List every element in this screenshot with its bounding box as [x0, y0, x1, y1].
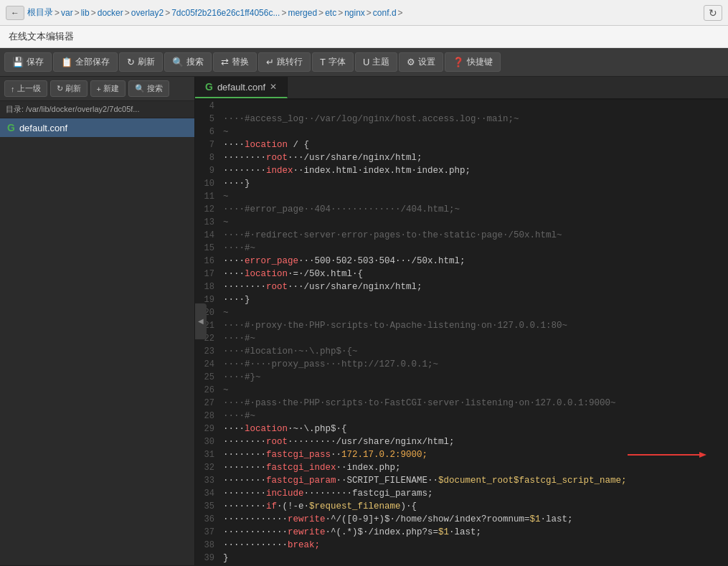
code-line: 36 ············rewrite·^/([0-9]+)$·/home…	[195, 513, 728, 526]
code-line: 10 ····}	[195, 177, 728, 190]
breadcrumb-etc[interactable]: etc	[325, 8, 336, 18]
code-line: 28 ····#~	[195, 410, 728, 423]
code-line: 19 ····}	[195, 293, 728, 306]
save-all-icon: 📋	[61, 57, 72, 67]
code-line: 9 ········index··index.html·index.htm·in…	[195, 164, 728, 177]
save-button[interactable]: 💾 保存	[4, 52, 52, 72]
code-line: 27 ····#·pass·the·PHP·scripts·to·FastCGI…	[195, 397, 728, 410]
arrow-svg	[628, 448, 714, 461]
code-line: 5 ····#access_log··/var/log/nginx/host.a…	[195, 113, 728, 126]
breadcrumb-confd[interactable]: conf.d	[373, 8, 397, 18]
code-line: 13 ~	[195, 216, 728, 229]
toolbar: 💾 保存 📋 全部保存 ↻ 刷新 🔍 搜索 ⇄ 替换 ↵ 跳转行 T 字体 U …	[0, 48, 728, 77]
up-icon: ↑	[11, 85, 15, 93]
code-line: 39 }	[195, 552, 728, 565]
theme-button[interactable]: U 主题	[355, 52, 397, 72]
sidebar-dir-label: 目录: /var/lib/docker/overlay2/7dc05f...	[0, 101, 194, 118]
breadcrumb-merged[interactable]: merged	[288, 8, 317, 18]
page-title-bar: 在线文本编辑器	[0, 26, 728, 48]
code-line: 35 ········if·(!-e·$request_filename)·{	[195, 500, 728, 513]
search-icon: 🔍	[172, 57, 184, 67]
breadcrumb-var[interactable]: var	[61, 8, 73, 18]
tab-file-icon: G	[205, 81, 213, 93]
search-button[interactable]: 🔍 搜索	[164, 52, 212, 72]
code-line: 30 ········root·········/usr/share/nginx…	[195, 435, 728, 448]
code-line: 6 ~	[195, 126, 728, 138]
new-button[interactable]: + 新建	[90, 80, 126, 97]
editor-tab-default-conf[interactable]: G default.conf ✕	[195, 77, 288, 98]
page-title: 在线文本编辑器	[9, 31, 74, 42]
new-icon: +	[97, 85, 101, 93]
code-line: 15 ····#~	[195, 242, 728, 255]
refresh-button[interactable]: ↻ 刷新	[119, 52, 163, 72]
font-button[interactable]: T 字体	[312, 52, 354, 72]
code-line: 8 ········root···/usr/share/nginx/html;	[195, 151, 728, 164]
code-line: 32 ········fastcgi_index··index.php;	[195, 461, 728, 474]
goto-icon: ↵	[266, 57, 274, 67]
breadcrumb-lib[interactable]: lib	[81, 8, 90, 18]
sidebar-refresh-icon: ↻	[57, 84, 63, 93]
shortcuts-icon: ❓	[453, 57, 464, 67]
code-line: 4	[195, 100, 728, 113]
file-name: default.conf	[19, 123, 67, 133]
settings-button[interactable]: ⚙ 设置	[399, 52, 443, 72]
code-line: 37 ············rewrite·^(.*)$·/index.php…	[195, 526, 728, 539]
code-line: 16 ····error_page···500·502·503·504···/5…	[195, 255, 728, 268]
sidebar-toolbar: ↑ 上一级 ↻ 刷新 + 新建 🔍 搜索	[0, 77, 194, 101]
code-line: 29 ····location·~·\.php$·{	[195, 423, 728, 435]
code-line: 18 ········root···/usr/share/nginx/html;	[195, 280, 728, 293]
save-icon: 💾	[12, 57, 24, 67]
sidebar-search-button[interactable]: 🔍 搜索	[128, 80, 169, 97]
breadcrumb-root[interactable]: 根目录	[27, 6, 53, 19]
code-line: 25 ····#}~	[195, 371, 728, 384]
back-button[interactable]: ←	[6, 6, 24, 20]
breadcrumb-docker[interactable]: docker	[98, 8, 123, 18]
code-line: 21 ····#·proxy·the·PHP·scripts·to·Apache…	[195, 319, 728, 332]
code-line: 12 ····#error_page··404·············/404…	[195, 203, 728, 216]
code-line: 20 ~	[195, 306, 728, 319]
arrow-annotation	[628, 448, 714, 461]
replace-button[interactable]: ⇄ 替换	[213, 52, 257, 72]
breadcrumb-nginx[interactable]: nginx	[344, 8, 365, 18]
breadcrumb: 根目录 > var > lib > docker > overlay2 > 7d…	[27, 6, 701, 19]
font-icon: T	[320, 57, 326, 67]
refresh-icon: ↻	[127, 57, 135, 67]
tab-label: default.conf	[217, 82, 265, 93]
breadcrumb-hash[interactable]: 7dc05f2b216e26c1ff4056c...	[171, 8, 280, 18]
theme-icon: U	[363, 57, 369, 67]
code-line: 7 ····location / {	[195, 138, 728, 151]
settings-icon: ⚙	[407, 57, 415, 67]
code-line: 11 ~	[195, 190, 728, 203]
code-line: 14 ····#·redirect·server·error·pages·to·…	[195, 229, 728, 242]
sidebar-search-icon: 🔍	[135, 84, 145, 93]
main-area: ↑ 上一级 ↻ 刷新 + 新建 🔍 搜索 目录: /var/lib/docker…	[0, 77, 728, 565]
save-all-button[interactable]: 📋 全部保存	[53, 52, 118, 72]
sidebar-file-item[interactable]: G default.conf	[0, 118, 194, 137]
collapse-handle[interactable]: ◀	[195, 303, 207, 339]
sidebar: ↑ 上一级 ↻ 刷新 + 新建 🔍 搜索 目录: /var/lib/docker…	[0, 77, 195, 565]
sidebar-refresh-button[interactable]: ↻ 刷新	[50, 80, 88, 97]
code-line: 24 ····#····proxy_pass···http://127.0.0.…	[195, 358, 728, 371]
editor-area: ◀ G default.conf ✕ 4 5 ····#access_log··	[195, 77, 728, 565]
code-line: 22 ····#~	[195, 332, 728, 345]
code-line: 26 ~	[195, 384, 728, 397]
breadcrumb-refresh-button[interactable]: ↻	[704, 5, 722, 21]
code-line: 17 ····location·=·/50x.html·{	[195, 268, 728, 280]
code-line: 38 ············break;	[195, 539, 728, 552]
code-editor[interactable]: 4 5 ····#access_log··/var/log/nginx/host…	[195, 100, 728, 565]
up-button[interactable]: ↑ 上一级	[4, 80, 47, 97]
svg-marker-1	[699, 452, 706, 458]
breadcrumb-overlay2[interactable]: overlay2	[131, 8, 164, 18]
code-line: 34 ········include·········fastcgi_param…	[195, 487, 728, 500]
replace-icon: ⇄	[221, 57, 229, 67]
editor-tabs: G default.conf ✕	[195, 77, 728, 100]
tab-close-button[interactable]: ✕	[270, 82, 277, 92]
breadcrumb-bar: ← 根目录 > var > lib > docker > overlay2 > …	[0, 0, 728, 26]
code-line-highlighted: 31 ········fastcgi_pass··172.17.0.2:9000…	[195, 448, 728, 461]
file-icon: G	[7, 122, 15, 133]
code-line: 23 ····#location·~·\.php$·{~	[195, 345, 728, 358]
code-line: 33 ········fastcgi_param··SCRIPT_FILENAM…	[195, 474, 728, 487]
goto-button[interactable]: ↵ 跳转行	[258, 52, 311, 72]
shortcuts-button[interactable]: ❓ 快捷键	[445, 52, 501, 72]
